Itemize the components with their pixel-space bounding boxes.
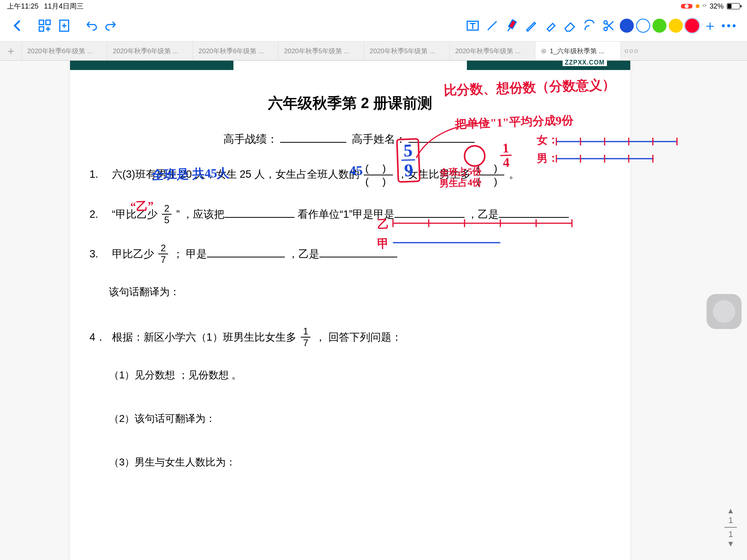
color-yellow[interactable] <box>669 19 683 33</box>
add-tool-button[interactable]: ＋ <box>700 16 720 35</box>
q2-frac-d: 5 <box>164 215 169 225</box>
tab-1[interactable]: 2020年秋季6年级第 ... <box>107 42 193 60</box>
tab-label: 2020年秋季6年级第 ... <box>198 47 264 56</box>
q4p1-a: （1）见分数想 <box>109 369 175 381</box>
color-green[interactable] <box>652 19 666 33</box>
tab-strip: ＋ 2020年秋季6年级第 ... 2020年秋季6年级第 ... 2020年秋… <box>0 41 747 61</box>
page-total: 1 <box>723 529 738 539</box>
hand-blue1: 全班是 共45人 <box>151 164 230 184</box>
q4-num: 4． <box>89 325 109 349</box>
more-menu-button[interactable]: ••• <box>720 19 739 32</box>
eraser-tool-icon[interactable] <box>560 16 580 35</box>
page-current: 1 <box>723 515 738 525</box>
color-red-selected[interactable] <box>685 19 699 33</box>
svg-rect-5 <box>509 20 516 29</box>
score-label: 高手战绩： <box>223 133 278 145</box>
svg-rect-0 <box>39 20 44 24</box>
q2-frac-n: 2 <box>162 204 172 215</box>
status-date: 11月4日周三 <box>44 2 84 11</box>
tab-label: 2020年秋季5年级第 ... <box>455 47 521 56</box>
q4p2: （2）该句话可翻译为： <box>109 413 216 424</box>
q3-text-b: ； 甲是 <box>173 248 207 260</box>
orange-dot-indicator <box>696 4 700 8</box>
hand-boy-line <box>556 151 681 174</box>
tab-3[interactable]: 2020年秋季5年级第 ... <box>279 42 364 60</box>
q3-text-a: 甲比乙少 <box>112 248 154 260</box>
lasso-tool-icon[interactable] <box>580 16 599 35</box>
pencil-tool-icon[interactable] <box>521 16 541 35</box>
q4-text-b: ， 回答下列问题： <box>315 331 402 343</box>
svg-rect-2 <box>39 27 44 31</box>
q4-frac-d: 7 <box>303 338 308 348</box>
textbox-tool-icon[interactable] <box>463 16 482 35</box>
q4p3: （3）男生与女生人数比为： <box>109 456 236 468</box>
color-blue[interactable] <box>620 19 634 33</box>
hand-z-label: 乙 <box>377 216 389 232</box>
assistive-touch-button[interactable] <box>707 294 742 329</box>
q2-text-b: ” ，应该把 <box>176 208 225 220</box>
close-tab-icon[interactable]: ⊗ <box>541 47 547 55</box>
q1-num: 1. <box>89 162 109 186</box>
undo-button[interactable] <box>82 16 101 35</box>
hand-blue2: 45 <box>349 163 363 178</box>
q1-text-c: 。 <box>509 168 519 180</box>
hand-blue-under: “乙” <box>130 198 154 215</box>
canvas-area[interactable]: ZZPXX.COM 六年级秋季第 2 册课前测 高手战绩： 高手姓名： 1. 六… <box>0 61 747 560</box>
header-bar <box>70 61 630 70</box>
battery-pct: 32% <box>710 2 724 10</box>
pen-tool-icon[interactable] <box>502 16 521 35</box>
q3-text-c: ，乙是 <box>288 248 319 260</box>
tab-label: 1_六年级秋季第 ... <box>550 47 604 56</box>
hand-note3: 男生占4份 <box>439 176 482 190</box>
q1-text-a: 六(3)班有男生 20 人，女生 25 人，女生占全班人数的 <box>112 168 359 180</box>
doc-subtitle: 高手战绩： 高手姓名： <box>86 132 615 147</box>
q4-frac-n: 1 <box>301 327 310 338</box>
hand-14-d: 4 <box>500 156 512 169</box>
tab-label: 2020年秋季6年级第 ... <box>27 47 93 56</box>
hand-circle <box>463 144 486 168</box>
grid-icon[interactable] <box>35 16 54 35</box>
tab-label: 2020年秋季5年级第 ... <box>284 47 349 56</box>
page-down-icon[interactable]: ▼ <box>723 539 738 548</box>
tabs-overflow-button[interactable]: ooo <box>621 42 643 60</box>
redo-button[interactable] <box>101 16 121 35</box>
hand-14-n: 1 <box>500 142 512 156</box>
q2-num: 2. <box>89 202 109 226</box>
q4-part1: （1）见分数想 ；见份数想 。 <box>86 365 615 385</box>
watermark-text: ZZPXX.COM <box>563 59 607 66</box>
q3-num: 3. <box>89 242 109 266</box>
q4p1-c: 。 <box>231 369 242 381</box>
hand-frac-d: 9 <box>404 161 414 180</box>
translate-label: 该句话翻译为： <box>109 286 180 298</box>
back-button[interactable] <box>8 16 27 35</box>
hand-q2-lines <box>393 216 580 255</box>
svg-rect-1 <box>46 20 50 24</box>
screen-record-pill[interactable] <box>681 4 693 9</box>
page-nav: ▲ 1 1 ▼ <box>723 506 738 548</box>
wifi-icon: ⌔ <box>703 3 707 10</box>
new-tab-button[interactable]: ＋ <box>0 42 22 60</box>
q4-part2: （2）该句话可翻译为： <box>86 408 615 429</box>
q4-text-a: 根据：新区小学六（1）班男生比女生多 <box>112 331 296 343</box>
highlighter-tool-icon[interactable] <box>541 16 560 35</box>
q3-frac-n: 2 <box>158 243 168 254</box>
document-page: ZZPXX.COM 六年级秋季第 2 册课前测 高手战绩： 高手姓名： 1. 六… <box>70 61 630 560</box>
main-toolbar: ＋ ••• <box>0 14 747 37</box>
page-up-icon[interactable]: ▲ <box>723 506 738 515</box>
battery-icon <box>727 3 740 9</box>
tab-4[interactable]: 2020年秋季5年级第 ... <box>364 42 450 60</box>
color-white[interactable] <box>636 19 650 33</box>
line-tool-icon[interactable] <box>482 16 502 35</box>
add-page-icon[interactable] <box>54 16 74 35</box>
tab-2[interactable]: 2020年秋季6年级第 ... <box>193 42 279 60</box>
tab-label: 2020年秋季6年级第 ... <box>113 47 178 56</box>
tab-label: 2020年秋季5年级第 ... <box>370 47 435 56</box>
q3-translate: 该句话翻译为： <box>86 282 615 302</box>
hand-frac-1-4: 1 4 <box>500 142 512 170</box>
tab-6-active[interactable]: ⊗1_六年级秋季第 ... <box>535 42 621 60</box>
question-4: 4． 根据：新区小学六（1）班男生比女生多 17 ， 回答下列问题： <box>86 325 615 349</box>
tab-0[interactable]: 2020年秋季6年级第 ... <box>22 42 107 60</box>
scissors-tool-icon[interactable] <box>599 16 619 35</box>
tab-5[interactable]: 2020年秋季5年级第 ... <box>450 42 535 60</box>
status-time: 上午11:25 <box>7 2 39 11</box>
